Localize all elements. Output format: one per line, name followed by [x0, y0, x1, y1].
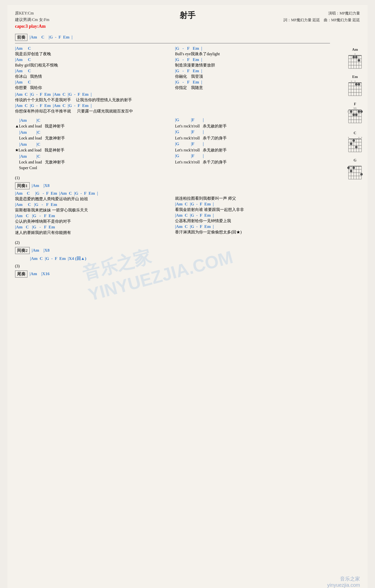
svg-point-64	[352, 139, 355, 142]
chorus-r1: Let's rock'n'roll 杀无赦的射手	[175, 124, 330, 129]
chorus-section: |Am |C |G |F | ▲Lock and load 我是神射手 Let'	[15, 117, 330, 171]
v2-l1-lyrics: 我是恋爱的翘楚人类纯爱运动的开山 始祖	[15, 196, 170, 202]
svg-point-29	[355, 83, 358, 86]
performer: 演唱：MP魔幻力量	[284, 10, 360, 17]
interlude2-chords: |Am |X8	[32, 248, 50, 253]
svg-point-78	[350, 170, 352, 172]
chorus-c4l-chords: |Am |C	[15, 153, 170, 159]
chorus-lyrics2-right: Let's rock'n'roll 杀千刀的身手	[175, 136, 330, 141]
v2-r4-lyrics: 香汗淋漓因为你一定偷偷想太多(回★)	[175, 230, 330, 235]
verse1-l2-chords: |Am C	[15, 57, 170, 62]
main-content: 前奏 |Am C |G - F Em | |Am C 我是后羿创造了夜晚 |Am…	[15, 34, 330, 278]
chord-c-diagram: C x o o	[345, 131, 365, 154]
v2-l2-chords: |Am C |G - F Em	[15, 202, 170, 207]
chorus-l4: Lock and load 无敌神射手	[15, 160, 170, 165]
v2-r1-lyrics: 就连柏拉图看到我都要叫一声 师父	[175, 196, 330, 201]
verse1-r4-chords: |G - F Em |	[175, 80, 330, 85]
chorus-lyrics4-left: Lock and load 无敌神射手 Super Cool	[15, 160, 170, 171]
chorus-lyrics2-grid: Lock and load 无敌神射手 Let's rock'n'roll 杀千…	[15, 136, 330, 141]
chorus-r4: Let's rock'n'roll 杀千刀的身手	[175, 160, 330, 165]
v2-l4-chords: |Am C |G - F Em	[15, 225, 170, 230]
verse1-l2-lyrics: Baby girl我们相见不恨晚	[15, 63, 170, 68]
chorus-l3: ★Lock and load 我是神射手	[15, 148, 170, 153]
v2-l3-lyrics: 公认的美神维纳斯不是你的对手	[15, 219, 170, 224]
section-3-label: (3)	[15, 264, 330, 268]
verse1-r1-chords: |G - F Em |	[175, 46, 330, 51]
svg-text:o: o	[354, 52, 356, 55]
prelude-divider	[15, 43, 330, 43]
chorus-grid3: |Am |C |G |F |	[15, 141, 330, 148]
chorus-l2: Lock and load 无敌神射手	[15, 136, 170, 141]
section-3: (3) 尾奏 |Am |X16	[15, 264, 330, 278]
chorus-c2-chords: |G |F |	[175, 117, 330, 122]
chorus-c2r-chords: |G |F |	[175, 129, 330, 134]
v2-l3-chords: |Am C |G - F Em	[15, 213, 170, 218]
svg-text:o: o	[361, 136, 362, 138]
svg-text:XX: XX	[354, 107, 357, 109]
v2-r3-chords: |Am C |G - F Em |	[175, 213, 330, 218]
prelude-header: 前奏 |Am C |G - F Em |	[15, 34, 330, 41]
v2-l1-chords: |Am C |G - F Em |Am C |G - F Em |	[15, 191, 170, 196]
chorus-l4-super: Super Cool	[15, 165, 170, 171]
chorus-grid2-right: |G |F |	[175, 129, 330, 136]
section-1: (1) 间奏1 |Am |X8 |Am C |G - F Em |Am C |G…	[15, 176, 330, 236]
verse1-l1-chords: |Am C	[15, 46, 170, 51]
verse1-left: |Am C 我是后羿创造了夜晚 |Am C Baby girl我们相见不恨晚 |…	[15, 46, 170, 91]
chorus-col2: |G |F |	[175, 117, 330, 124]
svg-point-13	[352, 56, 355, 58]
chorus-lyrics4-grid: Lock and load 无敌神射手 Super Cool Let's roc…	[15, 160, 330, 171]
svg-text:o: o	[358, 136, 360, 138]
chorus-lyrics4-right: Let's rock'n'roll 杀千刀的身手	[175, 160, 330, 171]
chorus-grid4: |Am |C |G |F |	[15, 153, 330, 160]
chorus-grid2: |Am |C |G |F |	[15, 129, 330, 136]
song-title: 射手	[180, 10, 196, 21]
svg-text:o: o	[354, 80, 356, 82]
svg-point-48	[360, 110, 363, 113]
v2-l4-lyrics: 迷人的赛姬我的箭只有你能拥有	[15, 230, 170, 235]
svg-point-63	[350, 143, 352, 145]
verse2-grid: |Am C |G - F Em |Am C |G - F Em | 我是恋爱的翘…	[15, 191, 330, 236]
section-2-label: (2)	[15, 240, 330, 245]
header-right: 演唱：MP魔幻力量 詞：MP魔幻力量 廷廷 曲：MP魔幻力量 廷廷	[284, 10, 360, 23]
chorus-r3: Let's rock'n'roll 杀无赦的射手	[175, 148, 330, 153]
v2-r2-lyrics: 看我金箭射向谁 谁要跟我一起想入非非	[175, 207, 330, 212]
chorus-lyrics3-right: Let's rock'n'roll 杀无赦的射手	[175, 148, 330, 153]
chorus-lyrics1-grid: ▲Lock and load 我是神射手 Let's rock'n'roll 杀…	[15, 124, 330, 129]
chorus-grid3-left: |Am |C	[15, 141, 170, 148]
chorus-c3l-chords: |Am |C	[15, 141, 170, 147]
c-chord-svg: x o o	[346, 136, 364, 153]
interlude2-extra: |Am C |G - F Em |X4 (回▲)	[15, 256, 330, 261]
svg-point-15	[358, 59, 360, 62]
chorus-intro-chords2: |Am C |G - F Em |Am C |G - F Em |	[15, 103, 330, 108]
chord-f-diagram: F 2 XX	[345, 102, 365, 126]
capo-info: capo:3 play:Am	[15, 23, 360, 30]
section-1-label: (1)	[15, 176, 330, 180]
verse1-l4-lyrics: 你想要 我给你	[15, 85, 170, 90]
verse1-r3-chords: |G - F Em |	[175, 68, 330, 73]
chord-g-diagram: G	[345, 158, 365, 181]
verse1-l3-chords: |Am C	[15, 68, 170, 73]
verse1-l4-chords: |Am C	[15, 80, 170, 85]
svg-point-47	[358, 110, 360, 113]
interlude2-header: 间奏2 |Am |X8	[15, 247, 330, 254]
chorus-c1-chords: |Am |C	[15, 117, 170, 123]
chorus-lyrics1-left: ▲Lock and load 我是神射手	[15, 124, 170, 129]
v2-r3-lyrics: 公器私用射给你一见钟情爱上我	[175, 218, 330, 224]
svg-point-45	[352, 114, 355, 116]
chorus-intro-lyrics1: 传说的十个太阳九个不是我对手 让我当你的理想情人无敌的射手	[15, 97, 330, 103]
svg-point-65	[355, 146, 358, 148]
chorus-lyrics3-grid: ★Lock and load 我是神射手 Let's rock'n'roll 杀…	[15, 148, 330, 153]
em-chord-svg: o o	[346, 79, 364, 96]
svg-point-46	[355, 114, 358, 116]
chord-diagrams: Am o	[345, 47, 365, 181]
svg-point-79	[352, 167, 355, 169]
verse1-r1-lyrics: Bull's eye我诛杀了daylight	[175, 51, 330, 57]
am-chord-svg: o	[346, 52, 364, 69]
svg-text:x: x	[348, 136, 349, 138]
watermark-bottom: 音乐之家yinyuezjia.com	[327, 576, 360, 588]
outro-label: 尾奏	[15, 270, 28, 278]
verse1-r4-lyrics: 你指定 我随意	[175, 85, 330, 90]
verse1-right: |G - F Em | Bull's eye我诛杀了daylight |G - …	[175, 46, 330, 91]
prelude-label: 前奏	[15, 34, 28, 41]
verse1-r3-lyrics: 你融化 我登顶	[175, 74, 330, 79]
